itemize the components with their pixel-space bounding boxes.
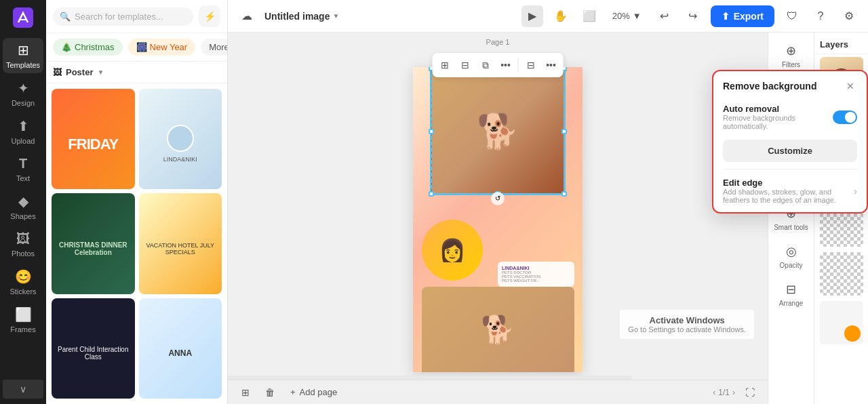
fullscreen-btn[interactable]: ⛶ bbox=[741, 383, 760, 402]
page-options-btn[interactable]: ⊟ bbox=[521, 56, 540, 75]
sidebar-expand-btn[interactable]: ∨ bbox=[3, 380, 43, 399]
dog-bottom-image[interactable]: 🐕 bbox=[422, 287, 574, 372]
canvas-content: 🐕 ↺ 👩 bbox=[413, 67, 583, 372]
view-options-btn[interactable]: ⬜ bbox=[578, 5, 600, 27]
popup-title: Remove background bbox=[723, 81, 816, 92]
orange-circle-icon bbox=[844, 325, 861, 342]
page-indicator: ‹ 1/1 › bbox=[713, 388, 735, 397]
sidebar-item-design[interactable]: ✦ Design bbox=[3, 76, 43, 111]
export-button[interactable]: ⬆ Export bbox=[711, 5, 774, 27]
canvas-page: 🐕 ↺ 👩 bbox=[413, 67, 583, 372]
undo-btn[interactable]: ↩ bbox=[654, 5, 675, 27]
sidebar-item-label: Upload bbox=[12, 137, 35, 145]
tag-christmas[interactable]: 🎄 Christmas bbox=[53, 39, 123, 56]
template-type-selector[interactable]: 🖼 Poster ▼ bbox=[46, 62, 227, 83]
poster-icon: 🖼 bbox=[53, 67, 62, 77]
next-page-btn[interactable]: › bbox=[732, 388, 735, 397]
tag-new-year-label: New Year bbox=[150, 42, 188, 52]
dog-top-image[interactable]: 🐕 bbox=[430, 67, 566, 195]
template-card[interactable]: Parent Child Interaction Class bbox=[52, 298, 135, 399]
customize-button[interactable]: Customize bbox=[723, 140, 857, 162]
select-tool-btn[interactable]: ▶ bbox=[521, 5, 543, 27]
arrange-label: Arrange bbox=[779, 300, 804, 308]
template-card[interactable]: CHRISTMAS DINNER Celebration bbox=[52, 193, 135, 294]
upload-icon: ⬆ bbox=[18, 118, 29, 134]
shield-icon: 🛡 bbox=[787, 10, 797, 22]
auto-removal-toggle[interactable] bbox=[833, 110, 857, 124]
more-btn[interactable]: ••• bbox=[496, 56, 515, 75]
redo-btn[interactable]: ↪ bbox=[682, 5, 704, 27]
layer-item[interactable] bbox=[820, 301, 863, 344]
fit-btn[interactable]: ⊞ bbox=[435, 56, 454, 75]
template-card[interactable]: VACATION HOTEL JULY SPECIALS bbox=[139, 193, 222, 294]
hand-tool-btn[interactable]: ✋ bbox=[550, 5, 572, 27]
tag-new-year[interactable]: 🎆 New Year bbox=[128, 39, 196, 56]
woman-circle-image[interactable]: 👩 bbox=[422, 220, 483, 281]
canvas-area: Page 1 ⊞ ⊟ ⧉ ••• ⊟ ••• 🐕 bbox=[228, 33, 768, 404]
grid-btn[interactable]: ⊟ bbox=[456, 56, 475, 75]
photos-icon: 🖼 bbox=[16, 231, 30, 247]
horizontal-scrollbar[interactable] bbox=[228, 376, 632, 380]
sidebar-item-shapes[interactable]: ◆ Shapes bbox=[3, 189, 43, 224]
template-card[interactable]: ANNA bbox=[139, 298, 222, 399]
sidebar-item-templates[interactable]: ⊞ Templates bbox=[3, 38, 43, 73]
sidebar-item-frames[interactable]: ⬜ Frames bbox=[3, 302, 43, 338]
magic-search-btn[interactable]: ⚡ bbox=[199, 5, 220, 27]
canvas-container[interactable]: Page 1 ⊞ ⊟ ⧉ ••• ⊟ ••• 🐕 bbox=[228, 33, 768, 380]
christmas-emoji: 🎄 bbox=[61, 42, 72, 52]
sidebar-item-label: Stickers bbox=[9, 287, 36, 296]
svg-rect-0 bbox=[13, 7, 33, 28]
contact-text-overlay[interactable]: LINDA&NIKI PETS DOCTOR PETS VACCINATION … bbox=[498, 262, 574, 287]
opacity-icon: ◎ bbox=[786, 244, 797, 259]
sidebar-item-text[interactable]: T Text bbox=[3, 152, 43, 186]
help-btn[interactable]: ? bbox=[810, 5, 831, 27]
export-icon: ⬆ bbox=[722, 11, 730, 22]
sidebar-item-upload[interactable]: ⬆ Upload bbox=[3, 114, 43, 149]
template-type-label: Poster bbox=[66, 67, 93, 77]
tag-more[interactable]: More bbox=[201, 39, 227, 56]
document-title-area[interactable]: Untitled image ▼ bbox=[264, 11, 339, 22]
canvas-toolbar: ⊞ ⊟ ⧉ ••• ⊟ ••• bbox=[433, 53, 564, 77]
zoom-chevron-icon: ▼ bbox=[633, 11, 642, 21]
template-card[interactable]: LINDA&NIKI bbox=[139, 89, 222, 189]
refresh-icon[interactable]: ↺ bbox=[491, 192, 505, 205]
opacity-tool[interactable]: ◎ Opacity bbox=[771, 239, 812, 275]
toggle-knob bbox=[845, 112, 856, 123]
shapes-icon: ◆ bbox=[18, 193, 28, 209]
duplicate-btn[interactable]: ⧉ bbox=[476, 56, 495, 75]
new-year-emoji: 🎆 bbox=[136, 42, 147, 52]
tag-christmas-label: Christmas bbox=[75, 42, 115, 52]
edit-edge-text: Edit edge Add shadows, strokes, glow, an… bbox=[723, 178, 854, 204]
zoom-value: 20% bbox=[612, 11, 630, 21]
edit-edge-chevron-icon: › bbox=[854, 186, 857, 197]
delete-page-btn[interactable]: 🗑 bbox=[260, 383, 279, 402]
remove-bg-popup: Remove background ✕ Auto removal Remove … bbox=[712, 70, 868, 214]
popup-close-btn[interactable]: ✕ bbox=[844, 79, 857, 93]
cursor-icon: ▶ bbox=[528, 9, 536, 22]
windows-watermark: Activate Windows Go to Settings to activ… bbox=[620, 310, 754, 339]
save-to-cloud-btn[interactable]: ☁ bbox=[236, 5, 258, 27]
popup-header: Remove background ✕ bbox=[713, 71, 867, 98]
arrange-tool[interactable]: ⊟ Arrange bbox=[771, 277, 812, 313]
add-page-icon-btn[interactable]: ⊞ bbox=[236, 383, 255, 402]
settings-btn[interactable]: ⚙ bbox=[838, 5, 860, 27]
search-input[interactable]: 🔍 Search for templates... bbox=[53, 7, 193, 26]
sidebar-item-stickers[interactable]: 😊 Stickers bbox=[3, 264, 43, 300]
zoom-control[interactable]: 20% ▼ bbox=[607, 8, 647, 24]
hand-icon: ✋ bbox=[554, 9, 568, 22]
page-label: Page 1 bbox=[486, 38, 510, 46]
prev-page-btn[interactable]: ‹ bbox=[713, 388, 715, 397]
shield-btn[interactable]: 🛡 bbox=[781, 5, 803, 27]
layer-transparent2-icon bbox=[820, 252, 863, 296]
template-card[interactable]: FRIDAY bbox=[52, 89, 135, 189]
page-more-btn[interactable]: ••• bbox=[542, 56, 561, 75]
filters-tool[interactable]: ⊕ Filters bbox=[771, 38, 812, 75]
sidebar-item-photos[interactable]: 🖼 Photos bbox=[3, 227, 43, 262]
frames-icon: ⬜ bbox=[15, 306, 32, 323]
add-page-button[interactable]: + Add page bbox=[285, 384, 342, 400]
edit-edge-row[interactable]: Edit edge Add shadows, strokes, glow, an… bbox=[713, 169, 867, 212]
gear-icon: ⚙ bbox=[844, 9, 854, 22]
app-logo[interactable] bbox=[11, 5, 35, 30]
layer-item[interactable] bbox=[820, 252, 863, 296]
auto-removal-text: Auto removal Remove backgrounds automati… bbox=[723, 104, 826, 130]
